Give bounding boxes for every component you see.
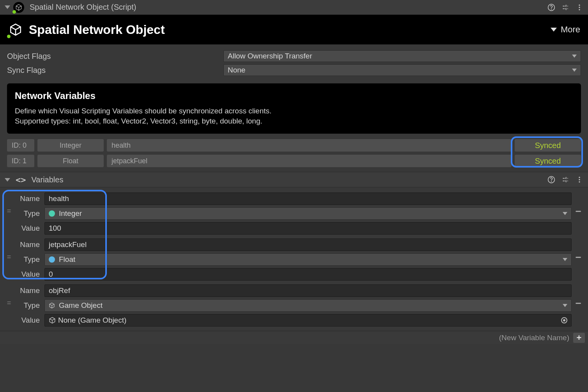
var-name-input[interactable]: jetpackFuel: [44, 238, 572, 251]
variables-title: Variables: [32, 175, 548, 184]
netvar-status: Synced: [515, 139, 581, 152]
chevron-down-icon: [563, 212, 567, 215]
drag-handle-icon[interactable]: =: [3, 283, 15, 307]
gameobject-icon: [49, 317, 56, 324]
variables-footer: (New Variable Name) +: [0, 331, 588, 344]
var-type-label: Type: [15, 209, 42, 218]
preset-icon[interactable]: [561, 176, 569, 184]
object-picker-icon[interactable]: [561, 317, 567, 323]
object-flags-value: Allow Ownership Transfer: [228, 52, 312, 60]
chevron-down-icon: [572, 69, 577, 72]
foldout-arrow-icon[interactable]: [5, 5, 10, 9]
chevron-down-icon: [563, 258, 567, 261]
network-variable-row: ID: 0 Integer health Synced: [7, 138, 581, 153]
var-name-input[interactable]: objRef: [44, 284, 572, 297]
type-float-icon: [49, 256, 55, 263]
var-value-text: None (Game Object): [58, 316, 126, 325]
svg-point-4: [579, 9, 580, 10]
network-variables-box: Network Variables Define which Visual Sc…: [7, 83, 581, 134]
chevron-down-icon: [563, 304, 567, 307]
var-type-value: Game Object: [59, 301, 103, 310]
netvar-status: Synced: [515, 155, 581, 167]
svg-point-8: [579, 179, 580, 180]
variable-entry: = Name health Type Integer Value 100 −: [3, 191, 585, 236]
preset-icon[interactable]: [561, 4, 569, 11]
netvar-id: ID: 0: [7, 139, 34, 152]
new-variable-placeholder[interactable]: (New Variable Name): [499, 334, 569, 342]
var-value-objectref[interactable]: None (Game Object): [44, 314, 572, 327]
var-name-label: Name: [15, 286, 42, 295]
variables-body: = Name health Type Integer Value 100 − =: [0, 187, 588, 331]
type-integer-icon: [49, 210, 55, 217]
object-flags-label: Object Flags: [7, 52, 220, 61]
remove-variable-button[interactable]: −: [572, 283, 585, 309]
network-variables-desc-2: Supported types: int, bool, float, Vecto…: [15, 116, 573, 126]
var-type-dropdown[interactable]: Float: [44, 253, 572, 266]
svg-point-7: [579, 177, 580, 178]
netvar-type: Integer: [37, 139, 104, 152]
network-variables-title: Network Variables: [15, 90, 573, 101]
svg-point-3: [579, 7, 580, 8]
help-icon[interactable]: [547, 4, 555, 11]
var-value-input[interactable]: 0: [44, 268, 572, 281]
more-dropdown[interactable]: More: [551, 25, 580, 35]
var-type-dropdown[interactable]: Integer: [44, 207, 572, 220]
remove-variable-button[interactable]: −: [572, 191, 585, 217]
more-label: More: [561, 25, 580, 35]
script-icon: [13, 2, 24, 13]
var-type-dropdown[interactable]: Game Object: [44, 299, 572, 312]
network-variables-desc-1: Define which Visual Scripting Variables …: [15, 106, 573, 116]
component-header-title: Spatial Network Object (Script): [30, 3, 547, 12]
var-value-label: Value: [15, 224, 42, 233]
title-icon: [8, 22, 23, 37]
sync-flags-label: Sync Flags: [7, 66, 220, 75]
var-type-label: Type: [15, 301, 42, 310]
svg-point-1: [551, 9, 552, 9]
var-name-input[interactable]: health: [44, 192, 572, 205]
menu-icon[interactable]: [576, 4, 583, 11]
netvar-name: health: [107, 139, 512, 152]
component-header: Spatial Network Object (Script): [0, 0, 588, 15]
var-name-label: Name: [15, 194, 42, 203]
chevron-down-icon: [551, 28, 557, 32]
properties-panel: Object Flags Allow Ownership Transfer Sy…: [0, 44, 588, 79]
title-band: Spatial Network Object More: [0, 15, 588, 44]
var-value-label: Value: [15, 270, 42, 279]
sync-flags-dropdown[interactable]: None: [223, 64, 581, 76]
network-variables-list: ID: 0 Integer health Synced ID: 1 Float …: [0, 138, 588, 172]
variable-entry: = Name jetpackFuel Type Float Value 0 −: [3, 237, 585, 282]
netvar-id: ID: 1: [7, 155, 34, 167]
page-title: Spatial Network Object: [29, 23, 551, 37]
var-type-value: Integer: [59, 209, 82, 218]
foldout-arrow-icon[interactable]: [5, 178, 10, 182]
menu-icon[interactable]: [576, 176, 583, 184]
sync-flags-value: None: [228, 66, 245, 74]
svg-point-6: [551, 181, 552, 182]
object-flags-dropdown[interactable]: Allow Ownership Transfer: [223, 50, 581, 62]
variables-header: <> Variables: [0, 172, 588, 187]
code-icon: <>: [16, 175, 26, 185]
var-type-label: Type: [15, 255, 42, 264]
var-type-value: Float: [59, 255, 75, 264]
var-name-label: Name: [15, 240, 42, 249]
add-variable-button[interactable]: +: [573, 333, 585, 343]
svg-point-2: [579, 4, 580, 5]
svg-point-9: [579, 181, 580, 182]
chevron-down-icon: [572, 55, 577, 58]
drag-handle-icon[interactable]: =: [3, 237, 15, 261]
drag-handle-icon[interactable]: =: [3, 191, 15, 215]
var-value-label: Value: [15, 316, 42, 325]
remove-variable-button[interactable]: −: [572, 237, 585, 263]
netvar-name: jetpackFuel: [107, 155, 512, 167]
variable-entry: = Name objRef Type Game Object Value Non…: [3, 283, 585, 328]
help-icon[interactable]: [547, 176, 555, 184]
netvar-type: Float: [37, 155, 104, 167]
var-value-input[interactable]: 100: [44, 222, 572, 235]
network-variable-row: ID: 1 Float jetpackFuel Synced: [7, 153, 581, 169]
type-gameobject-icon: [49, 302, 55, 309]
